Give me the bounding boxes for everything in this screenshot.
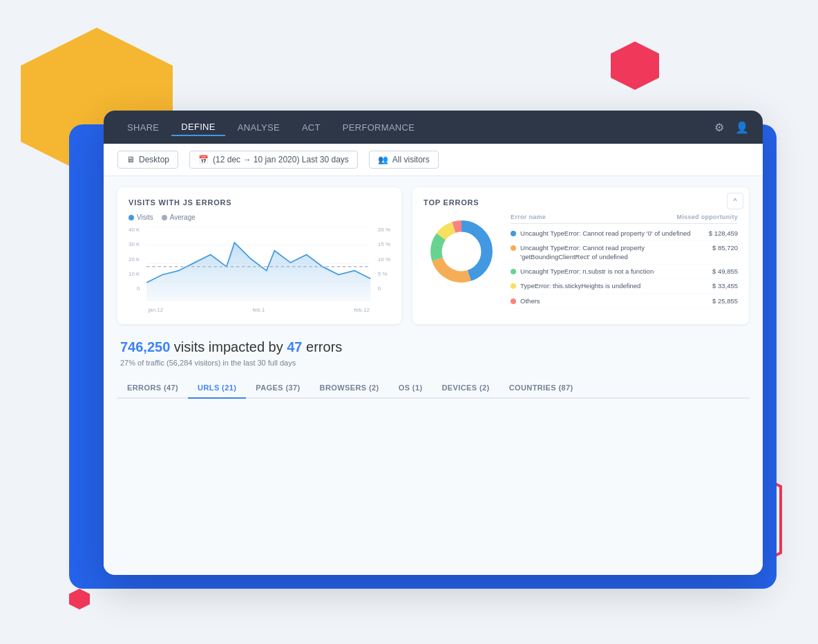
visits-chart-title: VISITS WITH JS ERRORS bbox=[129, 198, 390, 207]
charts-row: VISITS WITH JS ERRORS Visits Average bbox=[117, 187, 749, 324]
visits-chart-card: VISITS WITH JS ERRORS Visits Average bbox=[117, 187, 401, 324]
tab-browsers[interactable]: BROWSERS (2) bbox=[310, 378, 389, 399]
tab-countries[interactable]: COUNTRIES (87) bbox=[500, 378, 583, 399]
y-axis-right: 20 % 15 % 10 % 5 % 0 bbox=[375, 227, 390, 303]
x-label-feb1: feb.1 bbox=[253, 307, 265, 313]
main-content: VISITS WITH JS ERRORS Visits Average bbox=[104, 176, 763, 574]
x-axis-labels: jan.12 feb.1 feb.12 bbox=[145, 307, 372, 313]
nav-item-act[interactable]: ACT bbox=[292, 120, 330, 135]
error-value-4: $ 33,455 bbox=[712, 282, 738, 290]
error-name-3: Uncaught TypeError: n.substr is not a fu… bbox=[520, 267, 708, 276]
y-label-20k: 20 K bbox=[129, 256, 140, 263]
nav-item-analyse[interactable]: ANALYSE bbox=[228, 120, 289, 135]
error-name-5: Others bbox=[520, 297, 708, 305]
error-row-3: Uncaught TypeError: n.substr is not a fu… bbox=[511, 265, 738, 279]
summary-visits-count: 746,250 bbox=[120, 339, 170, 354]
svg-point-12 bbox=[444, 234, 479, 269]
visits-dot bbox=[129, 215, 134, 220]
summary-title: 746,250 visits impacted by 47 errors bbox=[120, 338, 746, 356]
user-icon[interactable]: 👤 bbox=[735, 121, 749, 134]
y-label-0: 0 bbox=[129, 285, 140, 292]
legend-average: Average bbox=[162, 214, 196, 221]
error-dot-3 bbox=[511, 269, 516, 274]
date-range-label: (12 dec → 10 jan 2020) Last 30 days bbox=[213, 155, 349, 164]
tab-errors[interactable]: ERRORS (47) bbox=[117, 378, 188, 399]
error-dot-5 bbox=[511, 299, 516, 304]
chart-legend: Visits Average bbox=[129, 214, 390, 221]
y-label-10k: 10 K bbox=[129, 271, 140, 277]
header-missed-opp: Missed opportunity bbox=[677, 214, 738, 220]
date-range-btn[interactable]: 📅 (12 dec → 10 jan 2020) Last 30 days bbox=[189, 151, 358, 169]
deco-hex-pink bbox=[611, 41, 659, 90]
y-right-10: 10 % bbox=[378, 256, 390, 263]
tabs-row: ERRORS (47) URLS (21) PAGES (37) BROWSER… bbox=[117, 378, 749, 399]
tab-os[interactable]: OS (1) bbox=[389, 378, 432, 399]
error-row-4: TypeError: this.stickyHeights is undefin… bbox=[511, 279, 738, 294]
error-row-2: Uncaught TypeError: Cannot read property… bbox=[511, 241, 738, 265]
summary-section: 746,250 visits impacted by 47 errors 27%… bbox=[117, 338, 749, 367]
visitors-btn[interactable]: 👥 All visitors bbox=[369, 151, 439, 169]
error-name-2: Uncaught TypeError: Cannot read property… bbox=[520, 244, 708, 261]
summary-text2: errors bbox=[306, 339, 342, 354]
errors-content: Error name Missed opportunity Uncaught T… bbox=[424, 214, 738, 309]
tab-pages[interactable]: PAGES (37) bbox=[246, 378, 310, 399]
top-errors-title: TOP ERRORS bbox=[424, 198, 738, 207]
visits-legend-label: Visits bbox=[137, 214, 153, 221]
desktop-filter-btn[interactable]: 🖥 Desktop bbox=[117, 151, 178, 169]
error-name-4: TypeError: this.stickyHeights is undefin… bbox=[520, 282, 708, 290]
collapse-button[interactable]: ^ bbox=[727, 193, 743, 209]
y-label-40k: 40 K bbox=[129, 227, 140, 233]
settings-icon[interactable]: ⚙ bbox=[714, 121, 724, 134]
tab-devices[interactable]: DEVICES (2) bbox=[432, 378, 499, 399]
nav-item-share[interactable]: SHARE bbox=[117, 120, 169, 135]
error-dot-4 bbox=[511, 283, 516, 289]
average-dot bbox=[162, 215, 167, 220]
calendar-icon: 📅 bbox=[198, 155, 209, 164]
legend-visits: Visits bbox=[129, 214, 153, 221]
error-row-5: Others $ 25,855 bbox=[511, 294, 738, 309]
visitors-label: All visitors bbox=[392, 155, 430, 164]
desktop-label: Desktop bbox=[139, 155, 169, 164]
error-value-1: $ 128,459 bbox=[709, 229, 738, 237]
desktop-icon: 🖥 bbox=[126, 155, 135, 164]
error-value-2: $ 85,720 bbox=[712, 244, 738, 252]
error-value-3: $ 49,855 bbox=[712, 267, 738, 275]
donut-chart bbox=[424, 214, 500, 290]
error-dot-2 bbox=[511, 245, 516, 251]
y-label-30k: 30 K bbox=[129, 241, 140, 247]
error-name-1: Uncaught TypeError: Cannot read property… bbox=[520, 229, 705, 238]
y-right-20: 20 % bbox=[378, 227, 390, 233]
sub-header: 🖥 Desktop 📅 (12 dec → 10 jan 2020) Last … bbox=[104, 144, 763, 176]
nav-bar: SHARE DEFINE ANALYSE ACT PERFORMANCE ⚙ 👤 bbox=[104, 111, 763, 144]
errors-table-header: Error name Missed opportunity bbox=[511, 214, 738, 224]
visitors-icon: 👥 bbox=[378, 155, 388, 164]
y-right-0: 0 bbox=[378, 285, 390, 292]
header-error-name: Error name bbox=[511, 214, 546, 220]
nav-item-performance[interactable]: PERFORMANCE bbox=[333, 120, 424, 135]
top-errors-card: TOP ERRORS ^ bbox=[412, 187, 749, 324]
nav-item-define[interactable]: DEFINE bbox=[171, 119, 225, 136]
error-value-5: $ 25,855 bbox=[712, 297, 738, 305]
summary-errors-count: 47 bbox=[287, 339, 302, 354]
x-label-jan12: jan.12 bbox=[148, 307, 163, 313]
error-dot-1 bbox=[511, 231, 516, 236]
summary-subtitle: 27% of traffic (56,284 visitors) in the … bbox=[120, 359, 746, 367]
error-row-1: Uncaught TypeError: Cannot read property… bbox=[511, 227, 738, 241]
x-label-feb12: feb.12 bbox=[354, 307, 370, 313]
deco-hex-pink-small bbox=[69, 589, 90, 609]
average-legend-label: Average bbox=[170, 214, 196, 221]
errors-table: Error name Missed opportunity Uncaught T… bbox=[511, 214, 738, 309]
y-axis-left: 40 K 30 K 20 K 10 K 0 bbox=[129, 227, 142, 303]
y-right-5: 5 % bbox=[378, 271, 390, 277]
browser-window: SHARE DEFINE ANALYSE ACT PERFORMANCE ⚙ 👤… bbox=[104, 111, 763, 575]
summary-text1: visits impacted by bbox=[174, 339, 287, 354]
y-right-15: 15 % bbox=[378, 241, 390, 247]
line-chart-svg bbox=[145, 227, 372, 303]
tab-urls[interactable]: URLS (21) bbox=[188, 378, 246, 399]
